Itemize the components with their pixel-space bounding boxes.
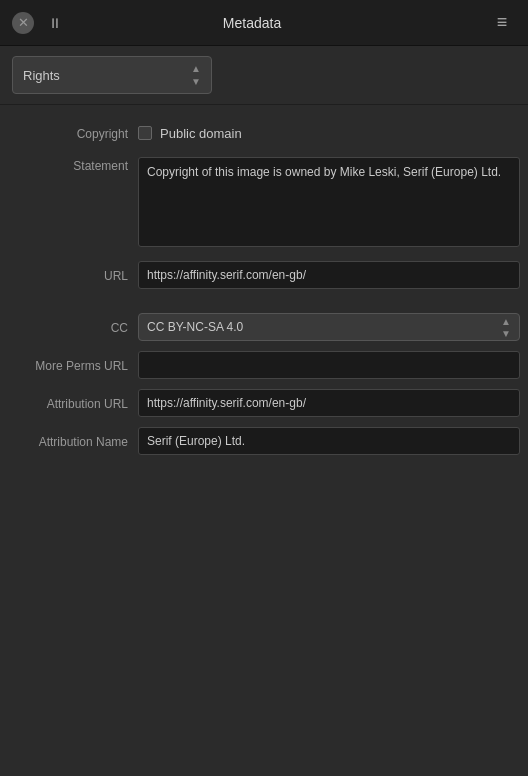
rights-dropdown-label: Rights bbox=[23, 68, 60, 83]
cc-chevron-icon: ▲ ▼ bbox=[501, 316, 511, 339]
statement-row: Statement Copyright of this image is own… bbox=[8, 157, 520, 251]
attribution-name-input[interactable] bbox=[138, 427, 520, 455]
cc-label: CC bbox=[8, 319, 138, 335]
statement-textarea[interactable]: Copyright of this image is owned by Mike… bbox=[138, 157, 520, 247]
more-perms-url-field bbox=[138, 351, 520, 379]
attribution-url-row: Attribution URL bbox=[8, 389, 520, 417]
more-perms-url-label: More Perms URL bbox=[8, 357, 138, 373]
cc-field: CC BY-NC-SA 4.0 ▲ ▼ bbox=[138, 313, 520, 341]
statement-field: Copyright of this image is owned by Mike… bbox=[138, 157, 520, 251]
statement-label: Statement bbox=[8, 157, 138, 173]
cc-row: CC CC BY-NC-SA 4.0 ▲ ▼ bbox=[8, 313, 520, 341]
public-domain-label: Public domain bbox=[160, 126, 242, 141]
url-field bbox=[138, 261, 520, 289]
spacer bbox=[8, 299, 520, 313]
url-input[interactable] bbox=[138, 261, 520, 289]
copyright-field: Public domain bbox=[138, 126, 520, 141]
rights-chevron-icon: ▲ ▼ bbox=[191, 63, 201, 87]
form-content: Copyright Public domain Statement Copyri… bbox=[0, 105, 528, 479]
more-perms-url-row: More Perms URL bbox=[8, 351, 520, 379]
attribution-url-field bbox=[138, 389, 520, 417]
panel-title: Metadata bbox=[16, 15, 488, 31]
cc-dropdown-label: CC BY-NC-SA 4.0 bbox=[147, 320, 243, 334]
menu-button[interactable]: ≡ bbox=[488, 9, 516, 37]
copyright-label: Copyright bbox=[8, 125, 138, 141]
bottom-area bbox=[0, 479, 528, 776]
more-perms-url-input[interactable] bbox=[138, 351, 520, 379]
attribution-url-input[interactable] bbox=[138, 389, 520, 417]
public-domain-checkbox[interactable] bbox=[138, 126, 152, 140]
title-bar: ✕ ⏸ Metadata ≡ bbox=[0, 0, 528, 46]
app-window: ✕ ⏸ Metadata ≡ Rights ▲ ▼ Copyright Pub bbox=[0, 0, 528, 776]
cc-dropdown[interactable]: CC BY-NC-SA 4.0 ▲ ▼ bbox=[138, 313, 520, 341]
rights-section: Rights ▲ ▼ bbox=[0, 46, 528, 105]
attribution-name-row: Attribution Name bbox=[8, 427, 520, 455]
attribution-name-field bbox=[138, 427, 520, 455]
attribution-url-label: Attribution URL bbox=[8, 395, 138, 411]
menu-icon: ≡ bbox=[497, 12, 508, 33]
attribution-name-label: Attribution Name bbox=[8, 433, 138, 449]
rights-dropdown[interactable]: Rights ▲ ▼ bbox=[12, 56, 212, 94]
url-label: URL bbox=[8, 267, 138, 283]
url-row: URL bbox=[8, 261, 520, 289]
copyright-row: Copyright Public domain bbox=[8, 119, 520, 147]
